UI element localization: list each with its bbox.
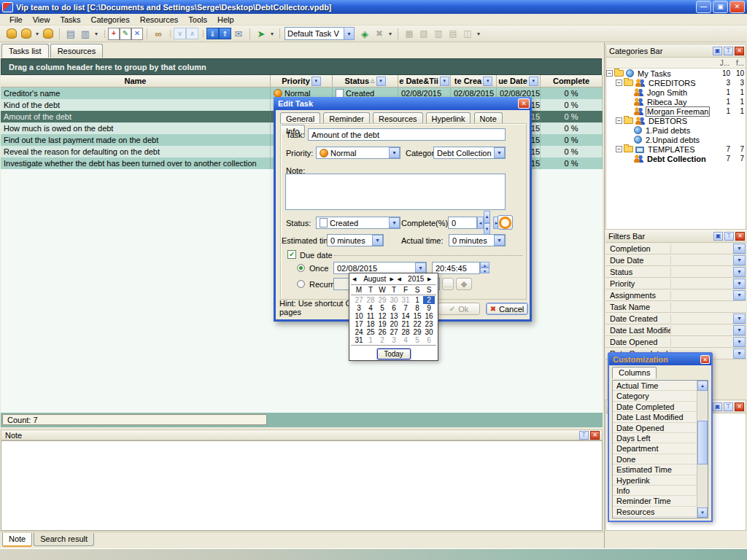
note-pin-icon[interactable]: ⊤ — [579, 431, 589, 440]
calendar-day[interactable]: 4 — [365, 304, 376, 312]
due-date-filter-dropdown[interactable]: ▾ — [529, 77, 538, 86]
menu-item[interactable]: File — [4, 15, 28, 25]
calendar-day[interactable]: 19 — [376, 320, 388, 328]
customization-title-bar[interactable]: Customization ✕ — [609, 354, 711, 365]
calendar-day[interactable]: 29 — [411, 328, 423, 336]
calendar-day[interactable]: 12 — [376, 312, 388, 320]
calendar-day[interactable]: 1 — [365, 336, 376, 344]
category-combo[interactable]: Debt Collection ▾ — [433, 147, 506, 159]
save-database-icon[interactable] — [41, 27, 55, 41]
column-header-complete[interactable]: Complete — [541, 75, 603, 88]
menu-item[interactable]: Tools — [183, 15, 212, 25]
category-dropdown[interactable]: ▾ — [494, 147, 505, 158]
filter-dropdown-button[interactable]: ▾ — [733, 325, 746, 335]
tree-item[interactable]: − Morgan Freeman 1 1 — [606, 106, 746, 116]
calendar-day[interactable]: 20 — [388, 320, 400, 328]
menu-item[interactable]: Help — [212, 15, 239, 25]
expander-icon[interactable]: − — [616, 117, 622, 124]
close-button[interactable]: ✕ — [729, 1, 745, 13]
tab-note[interactable]: Note — [2, 533, 32, 547]
next-month-icon[interactable]: ▶ — [390, 276, 398, 282]
customization-column-item[interactable]: Date Opened — [613, 423, 697, 433]
estimated-time-dropdown[interactable]: ▾ — [372, 235, 383, 246]
tab-search-result[interactable]: Search result — [34, 533, 94, 546]
restore-button[interactable]: ▣ — [713, 1, 728, 13]
view-caret-icon[interactable]: ▾ — [387, 27, 394, 41]
calendar-day[interactable]: 15 — [411, 312, 423, 320]
edit-task-icon[interactable]: ✎ — [120, 28, 131, 40]
calendar-day[interactable]: 13 — [388, 312, 400, 320]
calendar-day[interactable]: 5 — [411, 336, 423, 344]
date-created-filter-dropdown[interactable]: ▾ — [483, 77, 492, 86]
calendar-day[interactable]: 7 — [400, 304, 411, 312]
calendar-day[interactable]: 16 — [423, 312, 435, 320]
next-year-icon[interactable]: ▶ — [427, 276, 435, 282]
due-date-dropdown[interactable]: ▾ — [415, 262, 426, 273]
customization-column-item[interactable]: Estimated Time — [613, 464, 697, 475]
tree-item[interactable]: − Jogn Smith 1 1 — [606, 88, 746, 97]
today-button[interactable]: Today — [377, 349, 411, 359]
complete-spin-up-icon[interactable]: ▴ — [484, 211, 490, 223]
customization-column-item[interactable]: Days Left — [613, 433, 697, 443]
customization-column-item[interactable]: Done — [613, 454, 697, 464]
calendar-day[interactable]: 29 — [376, 296, 388, 304]
calendar-day[interactable]: 3 — [388, 336, 400, 344]
tree-item[interactable]: − Ribeca Jay 1 1 — [606, 97, 746, 106]
calendar-day[interactable]: 24 — [353, 328, 365, 336]
calendar-day[interactable]: 4 — [400, 336, 411, 344]
filter-row[interactable]: Completion ▾ — [605, 243, 746, 254]
complete-100-button[interactable] — [498, 215, 513, 230]
categories-pin-icon[interactable]: ⊤ — [724, 47, 733, 55]
tab-columns[interactable]: Columns — [612, 367, 657, 378]
calendar-day[interactable]: 23 — [423, 320, 435, 328]
status-filter-dropdown[interactable]: ▾ — [376, 77, 386, 86]
prev-year-icon[interactable]: ◀ — [397, 276, 404, 282]
filters-pin-icon[interactable]: ⊤ — [724, 232, 734, 241]
status-combo[interactable]: Created ▾ — [316, 217, 400, 229]
filter-dropdown-button[interactable]: ▾ — [733, 279, 746, 289]
recurrence-radio[interactable] — [297, 280, 305, 288]
due-date-checkbox[interactable]: ✔ — [287, 250, 296, 259]
actual-time-dropdown[interactable]: ▾ — [494, 235, 505, 246]
customization-column-item[interactable]: Date Completed — [613, 402, 697, 412]
open-database-icon[interactable] — [19, 27, 34, 41]
calendar-day[interactable]: 6 — [388, 304, 400, 312]
tree-item[interactable]: − TEMPLATES 7 7 — [606, 144, 746, 154]
tree-item[interactable]: − 1.Paid debts — [606, 125, 746, 135]
time-spin-down-icon[interactable]: ▾ — [480, 268, 489, 273]
prev-month-icon[interactable]: ◀ — [352, 276, 360, 282]
calendar-day[interactable]: 1 — [411, 296, 423, 304]
customization-column-item[interactable]: Hyperlink — [613, 475, 697, 486]
customization-column-item[interactable]: Resources — [613, 507, 697, 517]
find-tasks-icon[interactable]: ∞ — [151, 27, 166, 41]
tree-item[interactable]: − CREDITORS 3 3 — [606, 78, 746, 88]
filter-dropdown-button[interactable]: ▾ — [733, 314, 746, 324]
tab-tasks-list[interactable]: Tasks list — [1, 44, 49, 58]
columns-layout-icon[interactable]: ▦ — [402, 27, 417, 41]
scroll-down-icon[interactable]: ▾ — [697, 508, 708, 518]
task-input[interactable]: Amount of the debt — [308, 128, 506, 141]
task-view-combo[interactable]: Default Task V ▾ — [285, 27, 355, 40]
collapse-all-icon[interactable]: ⇑ — [219, 28, 231, 39]
calendar-day[interactable]: 30 — [423, 328, 435, 336]
note-textarea[interactable] — [285, 174, 506, 210]
calendar-day[interactable]: 28 — [365, 296, 376, 304]
docked-restore-icon[interactable]: ▣ — [713, 402, 722, 411]
customization-column-item[interactable]: Actual Time — [613, 381, 697, 391]
open-database-caret-icon[interactable]: ▾ — [34, 27, 41, 41]
filter-dropdown-button[interactable]: ▾ — [733, 349, 746, 359]
complete-input[interactable]: 0 — [448, 217, 477, 229]
calendar-day[interactable]: 26 — [376, 328, 388, 336]
calendar-day[interactable]: 18 — [365, 320, 376, 328]
priority-filter-dropdown[interactable]: ▾ — [311, 77, 321, 86]
dialog-title-bar[interactable]: Edit Task ✕ — [274, 97, 532, 110]
tree-item[interactable]: − DEBTORS — [606, 116, 746, 125]
calendar-day[interactable]: 5 — [376, 304, 388, 312]
print-preview-icon[interactable]: ▥ — [78, 27, 93, 41]
customization-column-item[interactable]: Department — [613, 443, 697, 454]
menu-item[interactable]: Categories — [86, 15, 135, 25]
calendar-day[interactable]: 30 — [388, 296, 400, 304]
menu-item[interactable]: Resources — [135, 15, 184, 25]
column-header-due-datetime[interactable]: e Date&Tii ▾ — [398, 75, 451, 88]
customization-column-item[interactable]: Category — [613, 391, 697, 401]
